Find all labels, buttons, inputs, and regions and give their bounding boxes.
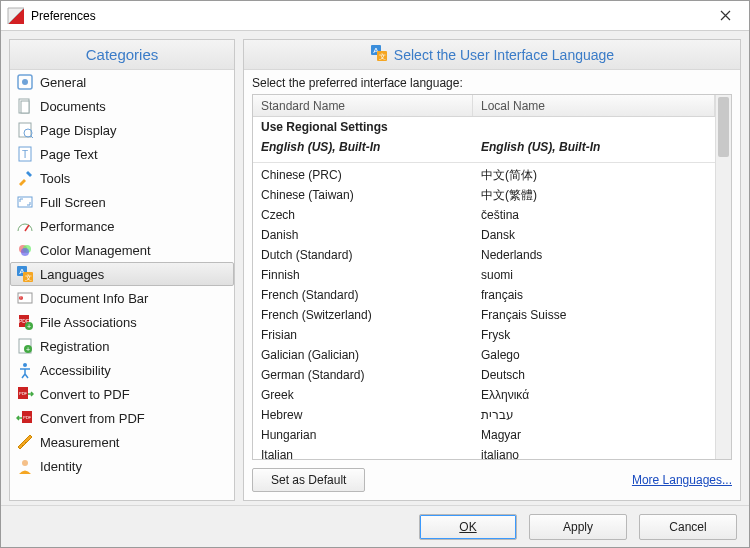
sidebar-item-info-bar[interactable]: !Document Info Bar <box>10 286 234 310</box>
dialog-footer: OK Apply Cancel <box>1 505 749 547</box>
language-prompt: Select the preferred interface language: <box>252 76 732 90</box>
sidebar-item-convert-to-pdf[interactable]: PDFConvert to PDF <box>10 382 234 406</box>
sidebar-item-documents[interactable]: Documents <box>10 94 234 118</box>
sidebar-item-convert-from-pdf[interactable]: PDFConvert from PDF <box>10 406 234 430</box>
language-row[interactable]: English (US), Built-InEnglish (US), Buil… <box>253 137 715 157</box>
sidebar-item-label: Convert to PDF <box>40 387 130 402</box>
categories-list[interactable]: GeneralDocumentsPage DisplayTPage TextTo… <box>10 70 234 500</box>
categories-header: Categories <box>10 40 234 70</box>
sidebar-item-label: Measurement <box>40 435 119 450</box>
lang-std: German (Standard) <box>253 365 473 385</box>
language-row[interactable]: French (Switzerland)Français Suisse <box>253 305 715 325</box>
color-management-icon <box>16 241 34 259</box>
language-actions: Set as Default More Languages... <box>252 460 732 492</box>
scrollbar-thumb[interactable] <box>718 97 729 157</box>
language-row[interactable]: Galician (Galician)Galego <box>253 345 715 365</box>
language-row[interactable]: Czechčeština <box>253 205 715 225</box>
language-row[interactable]: German (Standard)Deutsch <box>253 365 715 385</box>
sidebar-item-languages[interactable]: A文Languages <box>10 262 234 286</box>
sidebar-item-label: Convert from PDF <box>40 411 145 426</box>
language-table: Standard Name Local Name Use Regional Se… <box>252 94 732 460</box>
lang-loc: English (US), Built-In <box>473 137 715 157</box>
preferences-window: Preferences Categories GeneralDocumentsP… <box>0 0 750 548</box>
lang-std: Danish <box>253 225 473 245</box>
language-row[interactable]: Use Regional Settings <box>253 117 715 137</box>
sidebar-item-page-text[interactable]: TPage Text <box>10 142 234 166</box>
language-row[interactable]: HungarianMagyar <box>253 425 715 445</box>
language-row[interactable]: Chinese (PRC)中文(简体) <box>253 165 715 185</box>
lang-loc: Nederlands <box>473 245 715 265</box>
sidebar-item-registration[interactable]: +Registration <box>10 334 234 358</box>
language-row[interactable]: Hebrewעברית <box>253 405 715 425</box>
ok-button[interactable]: OK <box>419 514 517 540</box>
sidebar-item-color-management[interactable]: Color Management <box>10 238 234 262</box>
window-title: Preferences <box>31 9 705 23</box>
lang-loc <box>473 117 715 137</box>
svg-point-37 <box>22 460 28 466</box>
lang-std: Finnish <box>253 265 473 285</box>
lang-std: Galician (Galician) <box>253 345 473 365</box>
language-row[interactable]: FrisianFrysk <box>253 325 715 345</box>
sidebar-item-identity[interactable]: Identity <box>10 454 234 478</box>
sidebar-item-page-display[interactable]: Page Display <box>10 118 234 142</box>
documents-icon <box>16 97 34 115</box>
svg-line-12 <box>25 225 29 231</box>
cancel-button[interactable]: Cancel <box>639 514 737 540</box>
close-button[interactable] <box>705 2 745 30</box>
svg-rect-5 <box>21 101 29 113</box>
dialog-body: Categories GeneralDocumentsPage DisplayT… <box>1 31 749 505</box>
sidebar-item-file-assoc[interactable]: PDF+File Associations <box>10 310 234 334</box>
apply-button[interactable]: Apply <box>529 514 627 540</box>
language-body: Select the preferred interface language:… <box>244 70 740 500</box>
sidebar-item-performance[interactable]: Performance <box>10 214 234 238</box>
svg-text:文: 文 <box>25 274 32 281</box>
language-row[interactable]: Chinese (Taiwan)中文(繁體) <box>253 185 715 205</box>
page-display-icon <box>16 121 34 139</box>
sidebar-item-label: Accessibility <box>40 363 111 378</box>
col-header-standard[interactable]: Standard Name <box>253 95 473 116</box>
language-table-body[interactable]: Use Regional SettingsEnglish (US), Built… <box>253 117 715 459</box>
lang-loc: 中文(繁體) <box>473 185 715 205</box>
lang-std: English (US), Built-In <box>253 137 473 157</box>
language-row[interactable]: Finnishsuomi <box>253 265 715 285</box>
language-header: A文 Select the User Interface Language <box>244 40 740 70</box>
lang-loc: 中文(简体) <box>473 165 715 185</box>
lang-loc: Magyar <box>473 425 715 445</box>
language-separator <box>253 157 715 163</box>
language-row[interactable]: Dutch (Standard)Nederlands <box>253 245 715 265</box>
lang-loc: עברית <box>473 405 715 425</box>
accessibility-icon <box>16 361 34 379</box>
sidebar-item-label: Tools <box>40 171 70 186</box>
language-scrollbar[interactable] <box>715 95 731 459</box>
sidebar-item-label: General <box>40 75 86 90</box>
language-row[interactable]: Italianitaliano <box>253 445 715 459</box>
language-row[interactable]: GreekΕλληνικά <box>253 385 715 405</box>
lang-loc: Deutsch <box>473 365 715 385</box>
sidebar-item-full-screen[interactable]: Full Screen <box>10 190 234 214</box>
titlebar: Preferences <box>1 1 749 31</box>
sidebar-item-general[interactable]: General <box>10 70 234 94</box>
set-default-button[interactable]: Set as Default <box>252 468 365 492</box>
lang-loc: Frysk <box>473 325 715 345</box>
svg-text:PDF: PDF <box>23 415 32 420</box>
svg-point-30 <box>23 363 27 367</box>
sidebar-item-label: Registration <box>40 339 109 354</box>
col-header-local[interactable]: Local Name <box>473 95 715 116</box>
svg-point-3 <box>22 79 28 85</box>
more-languages-link[interactable]: More Languages... <box>632 473 732 487</box>
lang-std: Chinese (Taiwan) <box>253 185 473 205</box>
page-text-icon: T <box>16 145 34 163</box>
sidebar-item-tools[interactable]: Tools <box>10 166 234 190</box>
lang-loc: suomi <box>473 265 715 285</box>
categories-panel: Categories GeneralDocumentsPage DisplayT… <box>9 39 235 501</box>
sidebar-item-label: Documents <box>40 99 106 114</box>
svg-text:+: + <box>27 323 31 330</box>
lang-std: Greek <box>253 385 473 405</box>
sidebar-item-measurement[interactable]: Measurement <box>10 430 234 454</box>
language-row[interactable]: DanishDansk <box>253 225 715 245</box>
language-row[interactable]: French (Standard)français <box>253 285 715 305</box>
svg-line-36 <box>25 442 26 443</box>
registration-icon: + <box>16 337 34 355</box>
svg-line-35 <box>22 445 23 446</box>
sidebar-item-accessibility[interactable]: Accessibility <box>10 358 234 382</box>
